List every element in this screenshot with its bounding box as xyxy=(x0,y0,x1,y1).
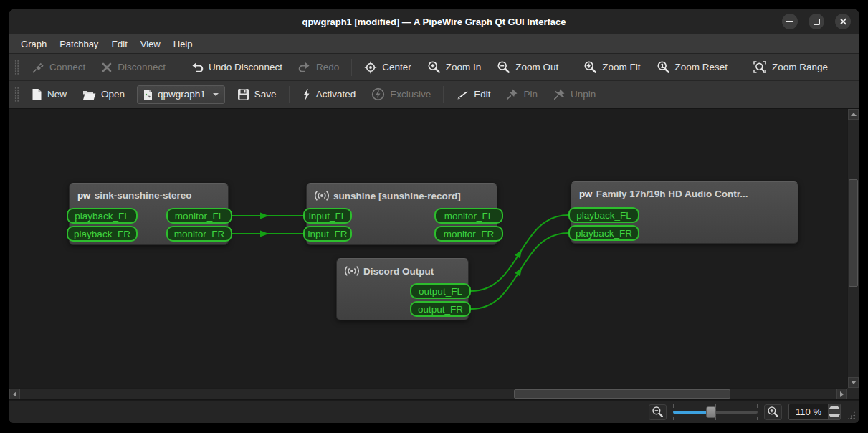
menu-graph[interactable]: Graph xyxy=(14,36,53,52)
window-title: qpwgraph1 [modified] — A PipeWire Graph … xyxy=(302,16,566,27)
slider-tick xyxy=(757,404,758,408)
zoom-in-icon xyxy=(767,406,779,418)
new-button[interactable]: New xyxy=(24,84,74,105)
zoom-reset-icon xyxy=(657,60,670,74)
zoom-in-button[interactable]: Zoom In xyxy=(420,56,489,78)
menu-patchbay[interactable]: Patchbay xyxy=(53,36,105,52)
patchbay-toolbar: New Open qpwgraph1 xyxy=(9,81,859,108)
spin-up-button[interactable] xyxy=(829,404,840,412)
scrollbar-corner xyxy=(847,388,859,399)
node-title: Family 17h/19h HD Audio Contr... xyxy=(596,189,748,199)
statusbar-zoom-out-button[interactable] xyxy=(649,404,667,420)
node-port[interactable]: monitor_FR xyxy=(166,226,232,242)
node-port[interactable]: playback_FL xyxy=(67,208,138,224)
exclusive-button[interactable]: Exclusive xyxy=(364,83,438,105)
window-resize-grip[interactable] xyxy=(846,411,856,420)
toolbar-drag-handle[interactable] xyxy=(14,87,19,103)
statusbar-zoom-in-button[interactable] xyxy=(764,404,782,420)
pipewire-icon: pw xyxy=(579,189,592,199)
zoom-range-button[interactable]: Zoom Range xyxy=(745,56,835,78)
node-title: sunshine [sunshine-record] xyxy=(333,191,461,201)
node-port[interactable]: input_FL xyxy=(303,208,352,224)
arrow-down-icon xyxy=(829,414,840,417)
center-icon xyxy=(364,61,377,74)
scroll-up-button[interactable] xyxy=(848,109,859,120)
disconnect-button[interactable]: Disconnect xyxy=(94,57,173,77)
node-port[interactable]: playback_FL xyxy=(568,207,639,223)
pin-icon xyxy=(506,88,518,100)
broadcast-icon xyxy=(345,265,359,277)
close-icon xyxy=(839,18,847,26)
open-folder-icon xyxy=(82,89,96,100)
zoom-percent-spinbox[interactable]: 110 % xyxy=(788,404,841,420)
node-title: sink-sunshine-stereo xyxy=(95,190,192,201)
node-port[interactable]: playback_FR xyxy=(568,225,639,241)
connection-wires xyxy=(9,109,859,399)
arrow-up-icon xyxy=(851,113,857,116)
node-port[interactable]: output_FL xyxy=(410,283,471,299)
graph-toolbar: Connect Disconnect Undo Disconnect Redo xyxy=(9,54,859,81)
redo-button[interactable]: Redo xyxy=(291,57,346,77)
zoom-in-icon xyxy=(427,60,441,74)
scroll-right-button[interactable] xyxy=(836,389,847,399)
menubar: Graph Patchbay Edit View Help xyxy=(9,34,859,54)
minimize-button[interactable] xyxy=(782,14,798,29)
scroll-down-button[interactable] xyxy=(848,377,859,388)
menu-edit[interactable]: Edit xyxy=(105,36,133,52)
horizontal-scroll-thumb[interactable] xyxy=(514,389,730,399)
app-window: qpwgraph1 [modified] — A PipeWire Graph … xyxy=(9,9,859,423)
zoom-out-button[interactable]: Zoom Out xyxy=(490,56,566,78)
horizontal-scrollbar[interactable] xyxy=(9,388,847,399)
zoom-percent-value[interactable]: 110 % xyxy=(789,404,828,419)
center-button[interactable]: Center xyxy=(357,57,419,78)
node-title: Discord Output xyxy=(363,266,434,277)
spin-down-button[interactable] xyxy=(829,412,840,420)
scroll-left-button[interactable] xyxy=(9,389,20,399)
pin-button[interactable]: Pin xyxy=(499,84,545,105)
toolbar-separator xyxy=(571,59,571,76)
save-button[interactable]: Save xyxy=(230,84,284,105)
vertical-scrollbar[interactable] xyxy=(847,109,859,388)
node-port[interactable]: input_FR xyxy=(303,226,352,242)
open-button[interactable]: Open xyxy=(75,85,132,105)
zoom-reset-button[interactable]: Zoom Reset xyxy=(649,56,735,78)
vertical-scroll-thumb[interactable] xyxy=(849,179,858,287)
connect-button[interactable]: Connect xyxy=(24,57,92,78)
activated-button[interactable]: Activated xyxy=(295,84,363,105)
edit-button[interactable]: Edit xyxy=(449,84,497,105)
connect-icon xyxy=(32,61,44,74)
node-port[interactable]: monitor_FL xyxy=(434,208,503,224)
toolbar-drag-handle[interactable] xyxy=(14,60,19,75)
slider-tick xyxy=(673,417,674,420)
pipewire-icon: pw xyxy=(77,190,90,201)
slider-handle[interactable] xyxy=(706,406,716,418)
patchbay-file-icon xyxy=(143,89,153,100)
close-button[interactable] xyxy=(835,14,851,29)
zoom-out-icon xyxy=(497,60,510,74)
zoom-fit-button[interactable]: Zoom Fit xyxy=(576,56,647,78)
maximize-button[interactable] xyxy=(809,14,824,29)
menu-view[interactable]: View xyxy=(134,36,167,52)
toolbar-separator xyxy=(443,86,444,103)
patchbay-file-dropdown[interactable]: qpwgraph1 xyxy=(137,85,225,104)
node-port[interactable]: monitor_FL xyxy=(166,208,232,224)
zoom-range-icon xyxy=(753,60,767,74)
unpin-icon xyxy=(553,88,566,100)
menu-help[interactable]: Help xyxy=(167,36,199,52)
toolbar-separator xyxy=(289,86,290,103)
slider-tick xyxy=(673,404,674,408)
node-port[interactable]: output_FR xyxy=(410,301,471,317)
node-port[interactable]: playback_FR xyxy=(67,226,138,242)
edit-pencil-icon xyxy=(456,88,469,101)
maximize-icon xyxy=(814,19,820,25)
graph-canvas[interactable]: pw sink-sunshine-stereo sunshine [sunshi… xyxy=(9,108,859,400)
undo-disconnect-button[interactable]: Undo Disconnect xyxy=(183,57,290,77)
statusbar: 110 % xyxy=(9,400,859,423)
unpin-button[interactable]: Unpin xyxy=(546,84,603,105)
broadcast-icon xyxy=(315,190,329,201)
zoom-slider[interactable] xyxy=(673,404,758,420)
chevron-down-icon xyxy=(213,93,219,96)
titlebar: qpwgraph1 [modified] — A PipeWire Graph … xyxy=(9,9,859,34)
node-port[interactable]: monitor_FR xyxy=(434,226,503,242)
spin-buttons xyxy=(828,404,840,419)
